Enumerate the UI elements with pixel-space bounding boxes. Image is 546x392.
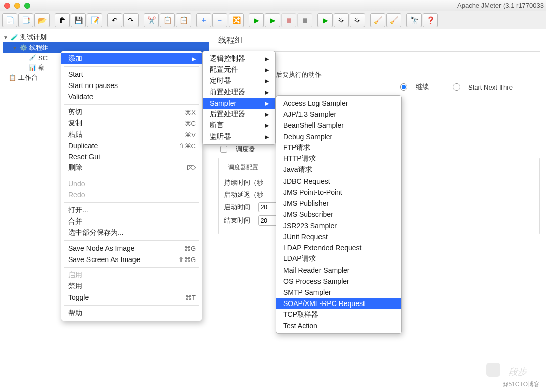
toolbar-undo-icon[interactable]: ↶: [107, 13, 122, 27]
menu-save-node-image[interactable]: Save Node As Image⌘G: [61, 243, 202, 254]
menu-merge[interactable]: 合并: [61, 216, 202, 227]
toolbar-remote-start-icon[interactable]: ▶: [317, 13, 333, 27]
radio-continue[interactable]: [400, 83, 407, 91]
sampler-item[interactable]: LDAP请求: [276, 253, 401, 265]
context-menu[interactable]: 添加 ▶ Start Start no pauses Validate 剪切⌘X…: [61, 51, 202, 321]
maximize-icon[interactable]: [24, 3, 30, 9]
radio-start-next-thread[interactable]: [453, 83, 460, 91]
menu-add[interactable]: 添加 ▶: [61, 53, 202, 64]
toolbar-shutdown-icon[interactable]: ⏹: [297, 13, 312, 27]
menu-start[interactable]: Start: [61, 69, 202, 80]
submenu-add[interactable]: 逻辑控制器▶ 配置元件▶ 定时器▶ 前置处理器▶ Sampler▶ 后置处理器▶…: [202, 51, 276, 145]
sampler-item[interactable]: SOAP/XML-RPC Request: [276, 298, 401, 309]
toolbar-save-icon[interactable]: 💾: [71, 13, 86, 27]
sampler-item[interactable]: JSR223 Sampler: [276, 220, 401, 231]
menu-disable[interactable]: 禁用: [61, 281, 202, 292]
toolbar-function-helper-icon[interactable]: ❓: [423, 13, 438, 27]
sampler-item[interactable]: Debug Sampler: [276, 131, 401, 142]
toolbar-start-icon[interactable]: ▶: [249, 13, 264, 27]
shortcut-label: ⌘V: [185, 131, 196, 139]
sampler-item[interactable]: SMTP Sampler: [276, 287, 401, 298]
submenu-assertion[interactable]: 断言▶: [203, 120, 275, 131]
sampler-item[interactable]: Java请求: [276, 164, 401, 176]
menu-item-label: JMS Subscriber: [283, 210, 333, 219]
menu-paste[interactable]: 粘贴⌘V: [61, 129, 202, 140]
toolbar-stop-icon[interactable]: ⏹: [281, 13, 296, 27]
close-icon[interactable]: [4, 3, 10, 9]
menu-reset-gui[interactable]: Reset Gui: [61, 151, 202, 162]
toolbar-expand-icon[interactable]: ＋: [196, 13, 211, 27]
toolbar-paste-icon[interactable]: 📋: [176, 13, 191, 27]
menu-item-label: FTP请求: [283, 143, 310, 152]
menu-save-screen-image[interactable]: Save Screen As Image⇧⌘G: [61, 254, 202, 265]
sampler-item[interactable]: Test Action: [276, 320, 401, 331]
toolbar-start-no-timer-icon[interactable]: ▶: [265, 13, 280, 27]
menu-cut[interactable]: 剪切⌘X: [61, 107, 202, 118]
sampler-item[interactable]: FTP请求: [276, 142, 401, 153]
chevron-right-icon: ▶: [265, 89, 269, 96]
submenu-listener[interactable]: 监听器▶: [203, 131, 275, 142]
sampler-item[interactable]: JUnit Request: [276, 231, 401, 242]
toolbar-redo-icon[interactable]: ↷: [123, 13, 139, 27]
menu-item-label: Mail Reader Sampler: [283, 266, 350, 274]
submenu-sampler[interactable]: Sampler▶: [203, 98, 275, 109]
chevron-down-icon[interactable]: ▼: [12, 45, 17, 51]
menu-help[interactable]: 帮助: [61, 308, 202, 319]
toolbar-remote-stop-icon[interactable]: ⛭: [350, 13, 365, 27]
toolbar-open-icon[interactable]: 📂: [34, 13, 50, 27]
toolbar-collapse-icon[interactable]: －: [212, 13, 228, 27]
chevron-right-icon: ▶: [265, 134, 269, 140]
toolbar-clear-all-icon[interactable]: 🧹: [386, 13, 401, 27]
submenu-timer[interactable]: 定时器▶: [203, 75, 275, 86]
toolbar-clear-icon[interactable]: 🧹: [370, 13, 385, 27]
window-titlebar: Apache JMeter (3.1 r1770033: [0, 0, 546, 11]
menu-item-label: 断言: [210, 121, 224, 130]
sampler-item[interactable]: LDAP Extended Request: [276, 242, 401, 253]
submenu-post-processor[interactable]: 后置处理器▶: [203, 109, 275, 120]
submenu-sampler-list[interactable]: Access Log SamplerAJP/1.3 SamplerBeanShe…: [276, 95, 402, 334]
tree-test-plan[interactable]: ▼ 🧪 测试计划: [3, 32, 209, 42]
toolbar-saveas-icon[interactable]: 📝: [87, 13, 102, 27]
submenu-pre-processor[interactable]: 前置处理器▶: [203, 86, 275, 98]
menu-delete[interactable]: 删除⌦: [61, 162, 202, 173]
sampler-item[interactable]: JDBC Request: [276, 176, 401, 187]
menu-duplicate[interactable]: Duplicate⇧⌘C: [61, 140, 202, 151]
sampler-item[interactable]: BeanShell Sampler: [276, 120, 401, 131]
submenu-config-element[interactable]: 配置元件▶: [203, 64, 275, 75]
chevron-right-icon: ▶: [265, 111, 269, 118]
menu-open[interactable]: 打开...: [61, 205, 202, 216]
toolbar-remote-start-all-icon[interactable]: ⛭: [334, 13, 349, 27]
sampler-item[interactable]: TCP取样器: [276, 309, 401, 320]
toolbar-search-icon[interactable]: 🔭: [406, 13, 422, 27]
sampler-item[interactable]: Access Log Sampler: [276, 98, 401, 109]
toolbar-copy-icon[interactable]: 📋: [160, 13, 175, 27]
chevron-down-icon[interactable]: ▼: [3, 35, 8, 40]
sampler-item[interactable]: JMS Subscriber: [276, 209, 401, 220]
sampler-item[interactable]: OS Process Sampler: [276, 276, 401, 287]
menu-item-label: 选中部分保存为...: [68, 228, 124, 237]
scheduler-checkbox[interactable]: [220, 146, 228, 153]
toolbar-new-icon[interactable]: 📄: [2, 13, 17, 27]
toolbar-toggle-icon[interactable]: 🔀: [229, 13, 244, 27]
sampler-item[interactable]: HTTP请求: [276, 153, 401, 164]
menu-validate[interactable]: Validate: [61, 91, 202, 102]
menu-copy[interactable]: 复制⌘C: [61, 118, 202, 129]
toolbar-cut-icon[interactable]: ✂️: [144, 13, 159, 27]
menu-toggle[interactable]: Toggle⌘T: [61, 292, 202, 303]
toolbar-close-icon[interactable]: 🗑: [55, 13, 70, 27]
menu-item-label: 前置处理器: [210, 88, 245, 97]
menu-item-label: 配置元件: [210, 65, 238, 74]
submenu-logic-controller[interactable]: 逻辑控制器▶: [203, 53, 275, 64]
menu-item-label: Validate: [68, 93, 94, 101]
menu-item-label: 打开...: [68, 206, 88, 215]
sampler-item[interactable]: JMS Publisher: [276, 198, 401, 209]
minimize-icon[interactable]: [14, 3, 20, 9]
sampler-item[interactable]: AJP/1.3 Sampler: [276, 109, 401, 120]
menu-item-label: Start no pauses: [68, 81, 118, 90]
menu-item-label: JSR223 Sampler: [283, 222, 337, 230]
menu-save-selection[interactable]: 选中部分保存为...: [61, 227, 202, 238]
menu-start-no-pauses[interactable]: Start no pauses: [61, 80, 202, 91]
sampler-item[interactable]: JMS Point-to-Point: [276, 187, 401, 198]
toolbar-templates-icon[interactable]: 📑: [18, 13, 33, 27]
sampler-item[interactable]: Mail Reader Sampler: [276, 265, 401, 276]
